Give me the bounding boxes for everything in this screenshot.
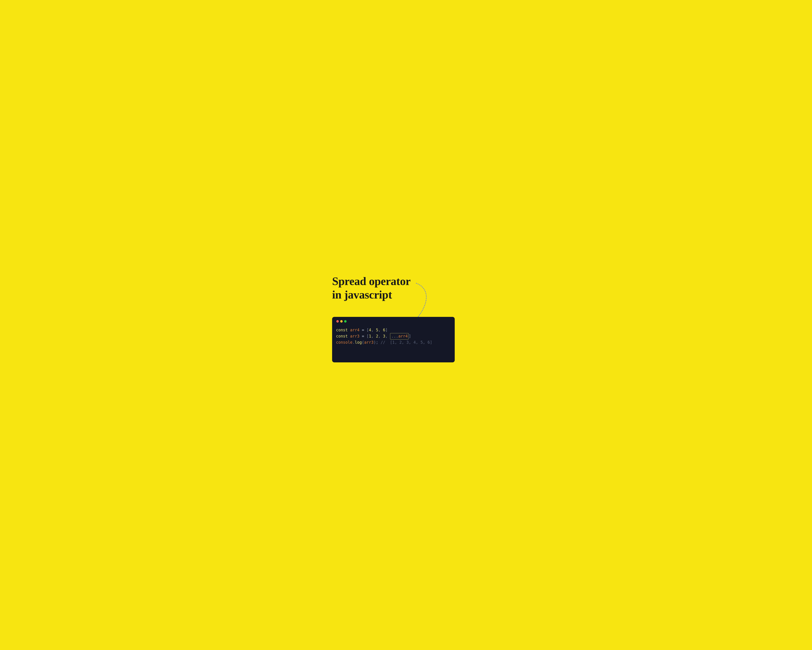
slide: Spread operator in javascript const arr4… [308,260,504,390]
operator: = [360,328,366,332]
object: console [336,340,353,345]
comma: , [385,334,390,338]
bracket: [ [366,328,369,332]
variable: arr4 [350,328,360,332]
comma: , [371,334,376,338]
close-icon [336,320,339,323]
comment: // [1, 2, 3, 4, 5, 6] [378,340,432,345]
title-line-1: Spread operator [332,275,411,288]
code-line: const arr4 = [4, 5, 6] [336,328,388,332]
number: 5 [376,328,378,332]
spread-operator: ... [391,334,398,338]
number: 2 [376,334,378,338]
spread-highlight: ...arr4 [390,333,408,340]
keyword: const [336,334,348,338]
paren: ) [374,340,376,345]
minimize-icon [340,320,343,323]
window-controls [336,320,451,323]
semicolon: ; [376,340,378,345]
number: 6 [383,328,385,332]
operator: = [360,334,366,338]
number: 3 [383,334,385,338]
paren: ( [362,340,364,345]
comma: , [371,328,376,332]
maximize-icon [344,320,346,323]
title-line-2: in javascript [332,288,392,301]
bracket: ] [385,328,388,332]
bracket: [ [366,334,369,338]
argument: arr3 [364,340,374,345]
number: 4 [369,328,371,332]
method: log [355,340,362,345]
keyword: const [336,328,348,332]
comma: , [378,328,383,332]
page-title: Spread operator in javascript [332,275,411,301]
number: 1 [369,334,371,338]
variable: arr3 [350,334,360,338]
code-block: const arr4 = [4, 5, 6] const arr3 = [1, … [336,327,451,346]
code-window: const arr4 = [4, 5, 6] const arr3 = [1, … [332,317,455,362]
bracket: ] [409,334,411,338]
comma: , [378,334,383,338]
variable: arr4 [398,334,408,338]
dot: . [353,340,355,345]
code-line: console.log(arr3); // [1, 2, 3, 4, 5, 6] [336,340,432,345]
code-line: const arr3 = [1, 2, 3, ...arr4] [336,334,411,338]
